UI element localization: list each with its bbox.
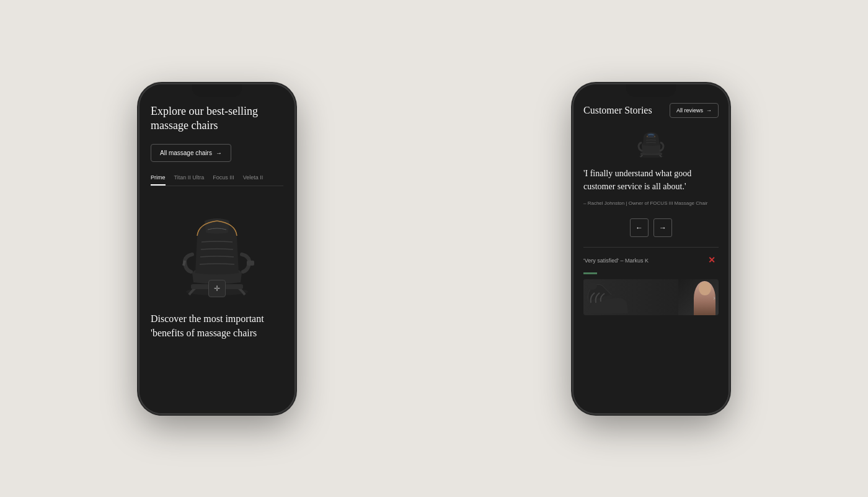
- review-preview-text: 'Very satisfied' – Markus K: [583, 257, 649, 264]
- tabs-row: Prime Titan II Ultra Focus III Veleta II: [151, 174, 283, 186]
- right-phone: Customer Stories All reviews →: [574, 84, 728, 413]
- all-reviews-button[interactable]: All reviews →: [670, 103, 719, 118]
- right-phone-screen: Customer Stories All reviews →: [574, 84, 728, 413]
- cta-button[interactable]: All massage chairs →: [151, 144, 231, 162]
- testimonial-quote: 'I finally understand what good customer…: [583, 167, 719, 193]
- review-preview-row: 'Very satisfied' – Markus K ✕: [583, 254, 719, 267]
- bottom-image-arrow-icon[interactable]: ›: [713, 292, 715, 302]
- chair-image-area: ✛: [151, 194, 283, 302]
- bottom-preview-image: ›: [583, 279, 719, 315]
- svg-rect-2: [247, 261, 254, 266]
- reclined-chair-illustration: [583, 279, 633, 315]
- tab-titan[interactable]: Titan II Ultra: [174, 174, 205, 186]
- tab-veleta[interactable]: Veleta II: [243, 174, 264, 186]
- hero-title: Explore our best-selling massage chairs: [151, 104, 283, 133]
- thumb-chair-illustration: [634, 130, 668, 158]
- all-reviews-label: All reviews: [676, 107, 703, 114]
- nav-arrows: ← →: [583, 218, 719, 237]
- left-panel: Explore our best-selling massage chairs …: [0, 0, 434, 497]
- rating-bar: [583, 272, 597, 274]
- cta-arrow-icon: →: [216, 150, 222, 156]
- expand-cross-icon: ✕: [708, 255, 715, 266]
- prev-arrow-icon: ←: [636, 223, 643, 232]
- next-button[interactable]: →: [653, 218, 672, 237]
- tab-prime[interactable]: Prime: [151, 174, 166, 186]
- next-arrow-icon: →: [659, 223, 666, 232]
- tab-focus[interactable]: Focus III: [213, 174, 234, 186]
- cta-label: All massage chairs: [160, 150, 212, 156]
- expand-icon[interactable]: ✛: [208, 280, 226, 297]
- stories-title: Customer Stories: [583, 105, 652, 116]
- stories-header: Customer Stories All reviews →: [583, 103, 719, 118]
- product-thumbnail: [583, 130, 719, 158]
- divider: [583, 247, 719, 248]
- prev-button[interactable]: ←: [630, 218, 649, 237]
- expand-review-button[interactable]: ✕: [705, 254, 719, 267]
- svg-point-5: [587, 282, 597, 290]
- right-panel: Customer Stories All reviews →: [434, 0, 868, 497]
- discover-title: Discover the most important 'benefits of…: [151, 312, 283, 340]
- left-phone-screen: Explore our best-selling massage chairs …: [140, 84, 294, 413]
- all-reviews-arrow-icon: →: [706, 107, 712, 114]
- left-phone: Explore our best-selling massage chairs …: [140, 84, 294, 413]
- discover-section: Discover the most important 'benefits of…: [151, 302, 283, 340]
- testimonial-author: – Rachel Johnston | Owner of FOCUS III M…: [583, 200, 719, 206]
